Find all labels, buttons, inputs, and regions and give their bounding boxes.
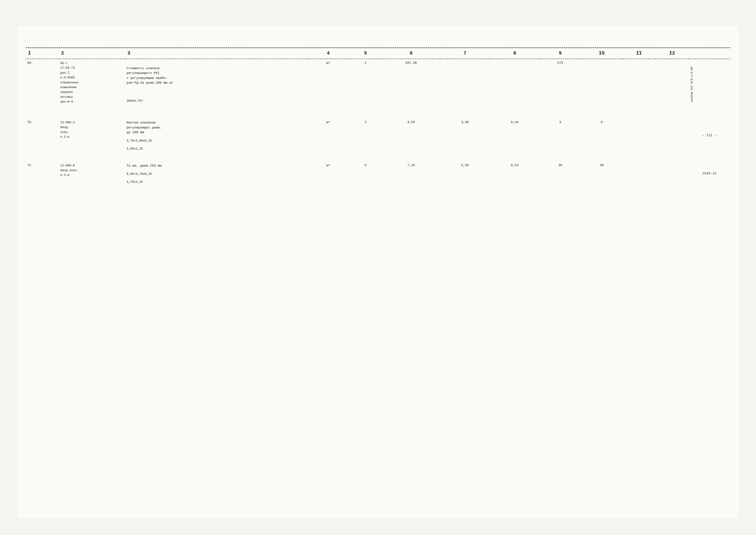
header-col10: IO [581,48,622,59]
entry-col9-70: 9 [540,118,581,153]
header-col7: 7 [440,48,490,59]
entry-side-70: – II2 – [689,118,730,153]
entry-num-70: 70. [26,118,59,153]
table-row: 69. Пр-т I7–04–73 доп.I п.5–0565 справоч… [26,59,730,110]
entry-col11-71 [622,161,656,186]
header-col1: I [26,48,59,59]
header-side [689,48,730,59]
header-col6: 6 [382,48,440,59]
desc-sub2-71: 4,76хI,25 [126,180,306,184]
desc-sub-69: 380х0,757 [126,99,306,103]
spacer-row [26,110,730,118]
header-col12: I2 [656,48,689,59]
entry-desc-71: То же, диам.I5О мм 6,06+4,76х0,25 4,76хI… [125,161,308,186]
header-col4: 4 [308,48,349,59]
header-col9: 9 [540,48,581,59]
header-col11: II [622,48,656,59]
entry-code-70: I2–805–4 ввод. указ. п.2–в [59,118,125,153]
entry-desc-70: Монтаж клапанов регулирующих диам. до 10… [125,118,308,153]
table-container: I 2 3 4 5 6 7 8 9 IO II I2 [26,47,730,186]
entry-desc-69: Стоимость клапана регулирующего РКI с ре… [125,59,308,110]
table-row: 70. I2–805–4 ввод. указ. п.2–в Монтаж кл… [26,118,730,153]
entry-col7-69 [440,59,490,110]
entry-col8-70: 0,44 [490,118,540,153]
entry-unit-69: шт [308,59,349,110]
entry-num-71: 7I. [26,161,59,186]
header-col8: 8 [490,48,540,59]
entry-side-71: 2598–19 [689,161,730,186]
entry-col11-69 [622,59,656,110]
entry-col10-69 [581,59,622,110]
header-col2: 2 [59,48,125,59]
desc-sub2-70: 3,09хI,25 [126,147,306,151]
entry-col6-69: 287,96 [382,59,440,110]
column-headers: I 2 3 4 5 6 7 8 9 IO II I2 [26,48,730,59]
entry-code-69: Пр-т I7–04–73 доп.I п.5–0565 справочник … [59,59,125,110]
header-col5: 5 [349,48,382,59]
entry-col8-69 [490,59,540,110]
desc-main-69: Стоимость клапана регулирующего РКI с ре… [126,67,173,85]
page: I 2 3 4 5 6 7 8 9 IO II I2 [17,26,739,518]
entry-col11-70 [622,118,656,153]
entry-col12-71 [656,161,689,186]
entry-col9-69: 575 [540,59,581,110]
entry-col5-69: 2 [349,59,382,110]
entry-col6-70: 4,55 [382,118,440,153]
entry-col10-71: 30 [581,161,622,186]
entry-side-69: альбом XVI 8/0–1/3–86 [689,59,730,110]
header-col3: 3 [125,48,308,59]
entry-col6-71: 7,25 [382,161,440,186]
entry-num-69: 69. [26,59,59,110]
desc-main-70: Монтаж клапанов регулирующих диам. до 10… [126,121,161,134]
desc-sub1-71: 6,06+4,76х0,25 [126,172,306,176]
side-label-71: 2598–19 [702,172,716,175]
entry-col8-71: 0,93 [490,161,540,186]
entry-col7-70: 3,86 [440,118,490,153]
entry-col7-71: 5,95 [440,161,490,186]
table-row: 7I. I2–805–6 ввод.указ. п.2–в То же, диа… [26,161,730,186]
side-label-70: – II2 – [702,134,716,137]
main-table: I 2 3 4 5 6 7 8 9 IO II I2 [26,48,730,186]
entry-col5-70: 2 [349,118,382,153]
desc-sub1-70: 3,78+3,09х0,25 [126,139,306,143]
entry-col5-71: 5 [349,161,382,186]
side-label-69: альбом XVI 8/0–1/3–86 [690,67,694,102]
spacer-row [26,153,730,161]
entry-col12-69 [656,59,689,110]
entry-code-71: I2–805–6 ввод.указ. п.2–в [59,161,125,186]
entry-unit-71: шт [308,161,349,186]
entry-col9-71: 36 [540,161,581,186]
desc-main-71: То же, диам.I5О мм [126,164,161,168]
entry-unit-70: шт [308,118,349,153]
entry-col10-70: 8 [581,118,622,153]
entry-col12-70 [656,118,689,153]
